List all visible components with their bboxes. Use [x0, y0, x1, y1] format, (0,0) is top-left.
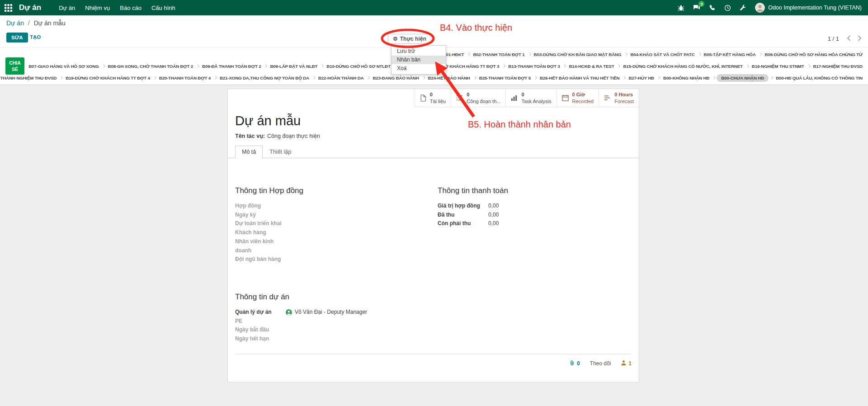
field-row: Đội ngũ bán hàng [235, 255, 431, 264]
follow-button[interactable]: Theo dõi [590, 360, 611, 367]
stat-text: 0 GiờRecorded [572, 91, 594, 104]
dropdown-item[interactable]: Nhân bản [392, 56, 446, 64]
apps-icon[interactable] [0, 4, 16, 12]
chevron-left-icon[interactable] [847, 35, 851, 41]
stage[interactable]: B20-THANH TOÁN ĐỢT 4 [157, 75, 212, 81]
gear-icon: ⚙ [393, 36, 398, 42]
field-label: Đội ngũ bán hàng [235, 255, 286, 264]
topbar-menu-item[interactable]: Cấu hình [146, 5, 180, 11]
stage[interactable]: B00-KHÔNG NHẬN HĐ [661, 75, 711, 81]
messages-icon[interactable]: 3 [693, 4, 700, 11]
stat-value: 0 [521, 91, 551, 98]
action-menu-label: Thực hiện [400, 36, 426, 42]
create-button[interactable]: TẠO [26, 33, 44, 42]
stat-button[interactable]: 0 HoursForecast [599, 89, 639, 107]
field-row: Giá trị hợp đồng0,00 [438, 202, 609, 211]
stage-separator-icon [502, 64, 505, 68]
manager-value[interactable]: Võ Văn Đại - Deputy Manager [286, 308, 367, 317]
topbar-menu-item[interactable]: Dự án [54, 5, 80, 11]
stat-button[interactable]: 0Công đoạn th... [451, 89, 505, 107]
stat-button[interactable]: 0Tài liệu [415, 89, 451, 107]
field-label: PE [235, 317, 286, 326]
stage[interactable]: B13-THANH TOÁN ĐỢT 3 [506, 63, 561, 70]
stage[interactable]: B15-DỪNG CHỜ KHÁCH HÀNG CÓ NƯỚC, KHÍ, IN… [621, 63, 744, 70]
tab[interactable]: Thiết lập [263, 146, 298, 158]
stat-label: Tài liệu [430, 98, 446, 104]
topbar-menu-item[interactable]: Nhiệm vụ [80, 5, 115, 11]
field-value: 0,00 [488, 219, 499, 228]
control-panel: Dự án / Dự án mẫu SỬA TẠO ⚙ Thực hiện 1 … [0, 15, 868, 47]
stage-separator-icon [712, 76, 716, 80]
task-name-label: Tên tác vụ: [235, 133, 265, 139]
stage[interactable]: B21-XONG DA,THU CÔNG NỢ TOÀN BỘ DA [218, 75, 311, 81]
stage[interactable]: B09-ĐÃ THANH TOÁN ĐỢT 2 [200, 63, 263, 70]
stage[interactable]: B14-HCKĐ & RA TEST [567, 63, 616, 70]
stage[interactable]: B08-GH XONG, CHỜ THANH TOÁN ĐỢT 2 [106, 63, 195, 70]
stage[interactable]: B25-THANH TOÁN ĐỢT 5 [477, 75, 533, 81]
dropdown-item[interactable]: Xoá [392, 64, 446, 73]
field-row: Đã thu0,00 [438, 211, 609, 220]
stage[interactable]: B09-LẮP ĐẶT VÀ NLĐT [268, 63, 319, 70]
field-label: Hợp đồng [235, 202, 286, 211]
tools-icon[interactable] [740, 5, 746, 11]
stage[interactable]: B22-HOÀN THÀNH DA [316, 75, 366, 81]
field-label: Ngày ký [235, 211, 286, 220]
stage[interactable]: B24-HẾT BẢO HÀNH [426, 75, 472, 81]
user-menu[interactable]: Odoo Implementation Tung (VIETAN) [755, 3, 862, 13]
stage[interactable]: B04-KHẢO SÁT VÀ CHỐT PATC [628, 51, 696, 58]
bar-chart-icon [511, 94, 518, 101]
topbar: Dự án Dự ánNhiệm vụBáo cáoCấu hình 3 Odo… [0, 0, 868, 15]
stage[interactable]: B27-HỦY HĐ [627, 75, 656, 81]
stage[interactable]: B05-TẬP KẾT HÀNG HÓA [702, 51, 758, 58]
phone-icon[interactable] [709, 5, 716, 11]
stage[interactable]: B19-DỪNG CHỜ KHÁCH HÀNG TT ĐỢT 4 [64, 75, 152, 81]
stage-separator-icon [366, 76, 370, 80]
share-button[interactable]: CHIA SẺ [5, 57, 24, 75]
field-row: Ngày hết hạn [235, 335, 632, 344]
bug-icon[interactable] [678, 5, 684, 11]
breadcrumb-link[interactable]: Dự án [6, 19, 24, 27]
stage[interactable]: B18-HOÀN THÀNH NGHIỆM THU ĐVSD [0, 75, 58, 81]
stage[interactable]: B06-DỪNG CHỜ HỒ SƠ HÀNG HÓA CHỨNG TỪ [763, 51, 864, 58]
stat-label: Recorded [572, 98, 594, 104]
manager-field-row: Quản lý dự án Võ Văn Đại - Deputy Manage… [235, 308, 632, 317]
project-group: Thông tin dự án Quản lý dự án Võ Văn Đại… [228, 293, 639, 344]
activities-icon[interactable] [724, 5, 731, 11]
stage-separator-icon [312, 76, 316, 80]
tab[interactable]: Mô tả [235, 146, 263, 158]
field-label: Đã thu [438, 211, 488, 220]
field-label: Còn phải thu [438, 219, 488, 228]
manager-avatar-icon [286, 309, 292, 316]
stage[interactable]: B23-ĐANG BẢO HÀNH [371, 75, 420, 81]
notebook-tabs: Mô tảThiết lập [228, 146, 639, 158]
stage-separator-icon [473, 76, 476, 80]
stage-separator-icon [264, 64, 267, 68]
attachments-button[interactable]: 0 [569, 360, 580, 367]
stat-text: 0 HoursForecast [614, 91, 634, 104]
stage-separator-icon [758, 52, 762, 56]
contract-group-heading: Thông tin Hợp đồng [235, 186, 431, 195]
dropdown-item[interactable]: Lưu trữ [392, 47, 446, 56]
field-row: Nhân viên kinh doanh [235, 237, 431, 255]
stat-button-spacer [228, 89, 415, 107]
chevron-right-icon[interactable] [858, 35, 862, 41]
stage[interactable]: B17-NGHIỆM THU ĐVSD [811, 63, 864, 70]
topbar-menu-item[interactable]: Báo cáo [115, 5, 146, 11]
stat-label: Công đoạn th... [467, 98, 500, 104]
action-menu-button[interactable]: ⚙ Thực hiện [388, 34, 431, 44]
stage[interactable]: B16-NGHIỆM THU STNMT [750, 63, 806, 70]
document-icon [420, 94, 426, 102]
stage[interactable]: B00-CHƯA NHẬN HĐ [717, 74, 769, 82]
stage[interactable]: B10-DỪNG CHỜ HỒ SƠ NTLĐT [325, 63, 392, 70]
stage[interactable]: B00-HĐ QUÁ LÂU, KHÔNG CÓ THÔNG TIN [774, 75, 864, 81]
stage[interactable]: B03-DỪNG CHỜ KH BÀN GIAO MẶT BẰNG [532, 51, 623, 58]
stage[interactable]: B02-THANH TOÁN ĐỢT 1 [471, 51, 526, 58]
followers-button[interactable]: 1 [621, 360, 632, 367]
stat-button[interactable]: 0Task Analysis [505, 89, 556, 107]
project-fields: PENgày bắt đầuNgày hết hạn [235, 317, 632, 344]
form-sheet: 0Tài liệu0Công đoạn th...0Task Analysis0… [227, 89, 639, 382]
stat-button[interactable]: 0 GiờRecorded [557, 89, 599, 107]
stage[interactable]: B26-HẾT BẢO HÀNH VÀ THU HẾT TIỀN [538, 75, 621, 81]
edit-button[interactable]: SỬA [6, 33, 28, 42]
stage[interactable]: B07-GIAO HÀNG VÀ HỒ SƠ XONG [27, 63, 100, 70]
